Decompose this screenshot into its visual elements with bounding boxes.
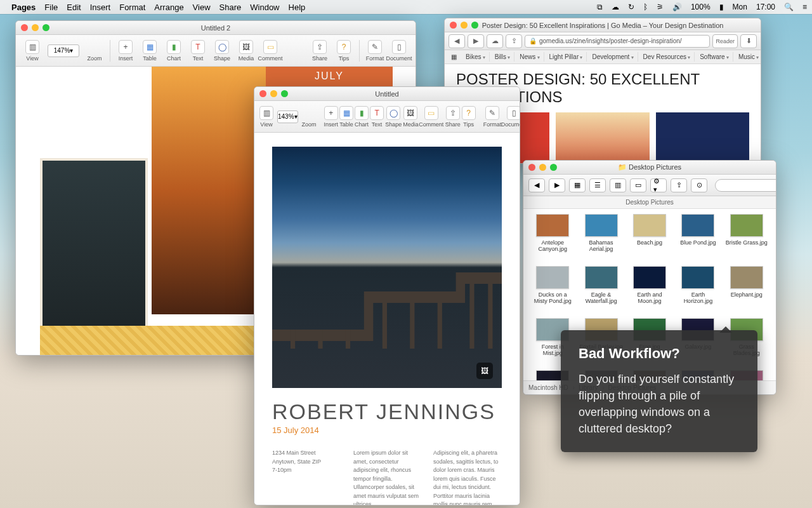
zoom-select[interactable]: 147% ▾: [48, 44, 79, 57]
bookmarks-icon[interactable]: ▦: [447, 52, 461, 62]
file-item[interactable]: Elephant.jpg: [725, 266, 768, 304]
menu-format[interactable]: Format: [119, 3, 145, 12]
pages2-document[interactable]: 🖼 ROBERT JENNINGS 15 July 2014 1234 Main…: [254, 133, 520, 505]
comment-button[interactable]: ▭Comment: [259, 40, 282, 62]
window-controls[interactable]: [21, 24, 49, 31]
back-button[interactable]: ◀: [449, 34, 465, 48]
bookmark-music[interactable]: Music: [735, 52, 761, 62]
menu-file[interactable]: File: [44, 3, 58, 12]
format-button[interactable]: ✎Format: [363, 40, 386, 62]
insert-button[interactable]: +Insert: [324, 106, 339, 128]
comment-button[interactable]: ▭Comment: [420, 106, 443, 128]
chart-button[interactable]: ▮Chart: [162, 40, 185, 62]
text-button[interactable]: TText: [370, 106, 384, 128]
forward-button[interactable]: ▶: [468, 34, 484, 48]
forward-button[interactable]: ▶: [549, 178, 565, 192]
back-button[interactable]: ◀: [528, 178, 545, 192]
image-placeholder-icon[interactable]: 🖼: [476, 363, 493, 379]
table-button[interactable]: ▦Table: [138, 40, 161, 62]
window-controls[interactable]: [259, 90, 288, 97]
menu-help[interactable]: Help: [289, 3, 306, 12]
view-button[interactable]: ▥View: [21, 40, 44, 62]
cloud-icon[interactable]: ☁: [612, 3, 619, 11]
finder-search[interactable]: [715, 179, 776, 192]
pages2-title: Untitled: [375, 90, 398, 98]
window-controls[interactable]: [450, 22, 478, 29]
bookmark-lightpillar[interactable]: Light Pillar: [546, 52, 587, 62]
share-button[interactable]: ⇪Share: [308, 40, 331, 62]
tips-button[interactable]: ?Tips: [462, 106, 476, 128]
finder-titlebar[interactable]: 📁 Desktop Pictures: [523, 161, 776, 175]
pages2-titlebar[interactable]: Untitled: [254, 87, 520, 101]
chart-button[interactable]: ▮Chart: [355, 106, 369, 128]
file-item[interactable]: Antelope Canyon.jpg: [531, 214, 574, 252]
poster-thumb: [556, 112, 649, 164]
finder-toolbar: ◀▶ ▦☰▥▭ ⚙ ▾ ⇪ ⊙: [523, 175, 776, 196]
notifications-icon[interactable]: ≡: [802, 3, 807, 11]
shape-button[interactable]: ◯Shape: [385, 106, 402, 128]
dropbox-icon[interactable]: ⧉: [597, 3, 603, 11]
insert-button[interactable]: +Insert: [114, 40, 137, 62]
share-button[interactable]: ⇪: [506, 34, 522, 48]
battery-percent[interactable]: 100%: [691, 3, 710, 11]
safari-titlebar[interactable]: Poster Design: 50 Excellent Inspirations…: [445, 18, 761, 32]
zoom-select[interactable]: 143% ▾: [277, 110, 298, 123]
spotlight-icon[interactable]: 🔍: [784, 3, 794, 11]
file-item[interactable]: Bahamas Aerial.jpg: [579, 214, 622, 252]
document-button[interactable]: ▯Document: [388, 40, 410, 62]
window-controls[interactable]: [528, 164, 557, 171]
volume-icon[interactable]: 🔊: [672, 3, 682, 11]
file-item[interactable]: Earth and Moon.jpg: [628, 266, 671, 304]
bookmark-bills[interactable]: Bills: [491, 52, 515, 62]
bookmark-devres[interactable]: Dev Resources: [639, 52, 695, 62]
document-button[interactable]: ▯Document: [502, 106, 520, 128]
view-button[interactable]: ▥View: [259, 106, 273, 128]
menu-window[interactable]: Window: [250, 3, 279, 12]
pages2-toolbar: ▥View 143% ▾ Zoom +Insert ▦Table ▮Chart …: [254, 101, 520, 133]
reader-button[interactable]: Reader: [712, 34, 738, 48]
view-list-button[interactable]: ☰: [589, 178, 606, 192]
bluetooth-icon[interactable]: ᛒ: [643, 3, 648, 11]
menu-share[interactable]: Share: [219, 3, 242, 12]
bookmark-news[interactable]: News: [516, 52, 544, 62]
action-button[interactable]: ⇪: [671, 178, 687, 192]
file-item[interactable]: Eagle & Waterfall.jpg: [579, 266, 622, 304]
bookmark-sw[interactable]: Software: [696, 52, 733, 62]
tips-button[interactable]: ?Tips: [332, 40, 355, 62]
arrange-button[interactable]: ⚙ ▾: [650, 178, 667, 192]
media-button[interactable]: 🖼Media: [235, 40, 258, 62]
pages1-titlebar[interactable]: Untitled 2: [16, 21, 416, 35]
share-button[interactable]: ⇪Share: [445, 106, 461, 128]
file-label: Blue Pond.jpg: [680, 239, 716, 246]
url-bar[interactable]: 🔒gomedia.us/zine/insights/poster-design-…: [525, 35, 710, 48]
menu-arrange[interactable]: Arrange: [154, 3, 183, 12]
tags-button[interactable]: ⊙: [691, 178, 707, 192]
table-button[interactable]: ▦Table: [339, 106, 353, 128]
format-button[interactable]: ✎Format: [483, 106, 502, 128]
battery-icon[interactable]: ▮: [719, 3, 724, 11]
media-button[interactable]: 🖼Media: [403, 106, 419, 128]
text-button[interactable]: TText: [187, 40, 209, 62]
menu-insert[interactable]: Insert: [90, 3, 111, 12]
app-menu[interactable]: Pages: [11, 3, 36, 12]
wifi-icon[interactable]: ⚞: [657, 3, 664, 11]
sync-icon[interactable]: ↻: [628, 3, 634, 11]
view-icons-button[interactable]: ▦: [569, 178, 586, 192]
file-item[interactable]: Blue Pond.jpg: [676, 214, 719, 252]
bookmark-bikes[interactable]: Bikes: [462, 52, 490, 62]
clock-time[interactable]: 17:00: [756, 3, 775, 11]
menu-edit[interactable]: Edit: [67, 3, 81, 12]
view-columns-button[interactable]: ▥: [610, 178, 626, 192]
downloads-button[interactable]: ⬇: [740, 34, 757, 48]
file-item[interactable]: Ducks on a Misty Pond.jpg: [531, 266, 574, 304]
file-item[interactable]: Bristle Grass.jpg: [725, 214, 768, 252]
file-item[interactable]: Earth Horizon.jpg: [676, 266, 719, 304]
view-gallery-button[interactable]: ▭: [630, 178, 646, 192]
clock-day[interactable]: Mon: [733, 3, 747, 11]
icloud-tabs-button[interactable]: ☁: [487, 34, 503, 48]
pages-window-2[interactable]: Untitled ▥View 143% ▾ Zoom +Insert ▦Tabl…: [254, 86, 520, 505]
bookmark-dev[interactable]: Development: [588, 52, 638, 62]
shape-button[interactable]: ◯Shape: [211, 40, 233, 62]
menu-view[interactable]: View: [193, 3, 211, 12]
file-item[interactable]: Beach.jpg: [628, 214, 671, 252]
